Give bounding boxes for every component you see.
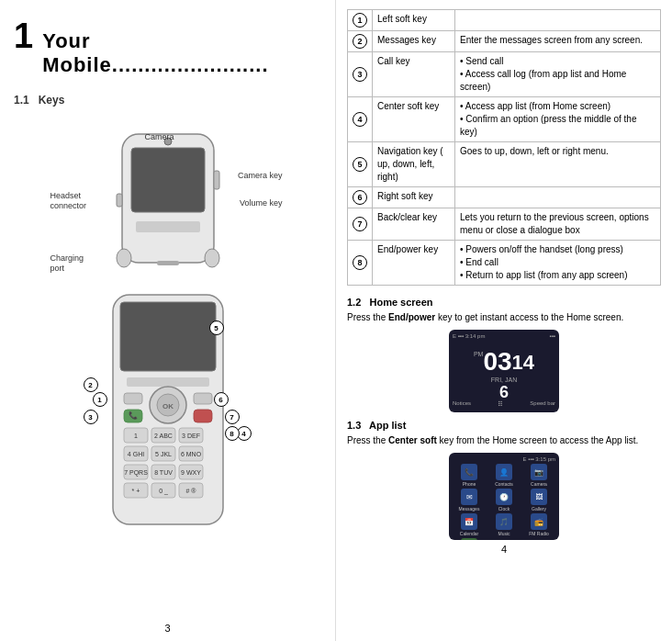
screen-day: 6 <box>499 383 509 402</box>
phone-bottom-diagram: OK 1 2 ABC 3 DEF 4 GHI 5 JKL 6 MNO 7 PQR… <box>58 286 278 534</box>
home-screen-mockup: E ▪▪▪ 3:14 pm ▪▪▪ PM 03 14 FRI, JAN 6 No… <box>449 330 559 412</box>
svg-rect-8 <box>157 261 179 265</box>
key-name-cell: Left soft key <box>373 10 455 31</box>
headset-connector-label: Headsetconnector <box>50 191 87 211</box>
calendar-app-label: Calendar <box>460 531 478 536</box>
gallery-app-icon: 🖼 <box>531 489 547 505</box>
key-num-cell: 8 <box>348 241 373 286</box>
key-num-cell: 7 <box>348 208 373 241</box>
key-desc-cell: Enter the messages screen from any scree… <box>455 31 661 52</box>
app-item-gallery: 🖼 Gallery <box>522 489 555 512</box>
music-app-icon: 🎵 <box>496 513 512 530</box>
camera-app-icon: 📷 <box>531 464 547 480</box>
key-name-cell: Right soft key <box>373 187 455 208</box>
app-grid: 📞 Phone 👤 Contacts 📷 Camera ✉ Messages 🕐 <box>453 464 555 540</box>
end-power-bold: End/power <box>388 312 435 322</box>
music-app-label: Music <box>498 531 510 536</box>
svg-rect-40 <box>194 393 212 404</box>
key-num-3: 3 <box>84 410 98 424</box>
camera-key-label: Camera key <box>238 171 283 180</box>
chapter-number: 1 <box>14 18 33 53</box>
svg-rect-6 <box>214 171 219 189</box>
screen-left-softkey-label: Notices <box>453 400 471 409</box>
calendar-app-icon: 📅 <box>461 513 477 530</box>
svg-rect-7 <box>117 194 122 207</box>
table-row: 3 Call key Send call Access call log (fr… <box>348 52 661 97</box>
key-num-7: 7 <box>225 410 240 424</box>
favoriti-app-icon: ⭐ <box>461 538 477 540</box>
contacts-app-label: Contacts <box>495 481 513 487</box>
screen-bottom-bar: Notices ⠿ Speed bar <box>453 400 555 409</box>
svg-text:# ®: # ® <box>185 488 196 494</box>
keys-table: 1 Left soft key 2 Messages key Enter the… <box>347 9 661 286</box>
home-screen-desc: Press the End/power key to get instant a… <box>347 311 661 324</box>
svg-rect-10 <box>120 302 216 371</box>
svg-point-5 <box>205 249 219 267</box>
battery-indicator: ▪▪▪ <box>550 333 555 339</box>
svg-text:5 JKL: 5 JKL <box>155 451 172 457</box>
key-desc-cell: Powers on/off the handset (long press) E… <box>455 241 661 286</box>
app-item-camera: 📷 Camera <box>522 464 555 487</box>
app-item-calendar: 📅 Calendar <box>453 513 486 536</box>
key-num-2: 2 <box>84 377 98 392</box>
phone-diagram: Camera Camera key Volume key Headsetconn… <box>14 116 321 623</box>
table-row: 1 Left soft key <box>348 10 661 31</box>
table-row: 7 Back/clear key Lets you return to the … <box>348 208 661 241</box>
key-num-cell: 4 <box>348 97 373 142</box>
svg-rect-43 <box>194 410 212 422</box>
key-name-cell: Back/clear key <box>373 208 455 241</box>
screen-time: 03 <box>483 349 511 375</box>
app-item-clock: 🕐 Clock <box>487 489 521 512</box>
svg-text:📞: 📞 <box>129 410 138 420</box>
table-row: 4 Center soft key Access app list (from … <box>348 97 661 142</box>
svg-text:1: 1 <box>134 433 138 439</box>
messages-app-icon: ✉ <box>461 489 477 505</box>
screen-colon: 14 <box>512 351 534 375</box>
page-number-right: 4 <box>347 544 661 555</box>
svg-point-4 <box>117 249 131 267</box>
svg-text:6 MNO: 6 MNO <box>180 451 201 457</box>
svg-text:9 WXY: 9 WXY <box>181 469 201 476</box>
charging-port-label: Chargingport <box>50 253 84 274</box>
svg-rect-11 <box>127 377 209 387</box>
svg-text:OK: OK <box>162 402 174 410</box>
app-list-image-container: E ▪▪▪ 3:15 pm 📞 Phone 👤 Contacts 📷 Camer… <box>347 453 661 540</box>
clock-app-label: Clock <box>498 506 510 512</box>
page-number-left: 3 <box>164 623 170 634</box>
key-num-1: 1 <box>93 392 107 407</box>
svg-rect-3 <box>136 221 200 232</box>
key-name-cell: End/power key <box>373 241 455 286</box>
section-heading: 1.1 Keys <box>14 94 321 107</box>
volume-key-label: Volume key <box>240 198 283 208</box>
key-desc-cell: Access app list (from Home screen) Confi… <box>455 97 661 142</box>
messages-app-label: Messages <box>459 506 480 512</box>
svg-text:* +: * + <box>131 488 140 494</box>
app-screen-mockup: E ▪▪▪ 3:15 pm 📞 Phone 👤 Contacts 📷 Camer… <box>449 453 559 540</box>
svg-text:3 DEF: 3 DEF <box>182 433 200 439</box>
svg-text:2 ABC: 2 ABC <box>154 433 173 439</box>
phone-app-label: Phone <box>463 481 476 487</box>
app-item-messages: ✉ Messages <box>453 489 486 512</box>
app-item-favoriti: ⭐ Favoriti <box>453 538 486 540</box>
key-num-cell: 1 <box>348 10 373 31</box>
home-screen-image-container: E ▪▪▪ 3:14 pm ▪▪▪ PM 03 14 FRI, JAN 6 No… <box>347 330 661 412</box>
table-row: 5 Navigation key ( up, down, left, right… <box>348 142 661 187</box>
home-screen-section-header: 1.2 Home screen <box>347 297 661 308</box>
signal-indicator: E ▪▪▪ 3:14 pm <box>453 333 485 339</box>
key-num-cell: 5 <box>348 142 373 187</box>
key-num-6: 6 <box>214 392 229 407</box>
screen-grid-icon: ⠿ <box>498 400 503 409</box>
app-item-phone: 📞 Phone <box>453 464 486 487</box>
phone-app-icon: 📞 <box>461 464 477 480</box>
svg-text:0 _: 0 _ <box>159 488 168 495</box>
key-num-cell: 3 <box>348 52 373 97</box>
fmradio-app-label: FM Radio <box>529 531 549 536</box>
key-name-cell: Center soft key <box>373 97 455 142</box>
app-screen-status: E ▪▪▪ 3:15 pm <box>453 456 555 462</box>
svg-text:8 TUV: 8 TUV <box>154 469 173 476</box>
app-item-music: 🎵 Music <box>487 513 521 536</box>
left-page: 1 Your Mobile........................ 1.… <box>0 0 336 641</box>
gallery-app-label: Gallery <box>532 506 546 512</box>
fmradio-app-icon: 📻 <box>531 513 547 530</box>
key-num-5: 5 <box>209 320 224 335</box>
